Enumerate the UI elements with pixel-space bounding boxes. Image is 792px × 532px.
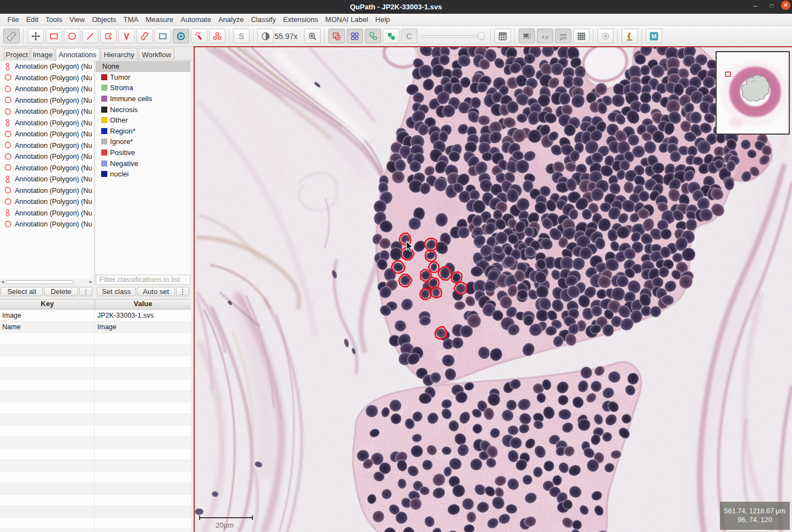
svg-text:C: C — [406, 31, 412, 41]
svg-text:x,y: x,y — [541, 34, 548, 39]
svg-text:μm: μm — [559, 35, 566, 40]
svg-text:S: S — [239, 31, 244, 40]
svg-text:M: M — [651, 33, 656, 40]
